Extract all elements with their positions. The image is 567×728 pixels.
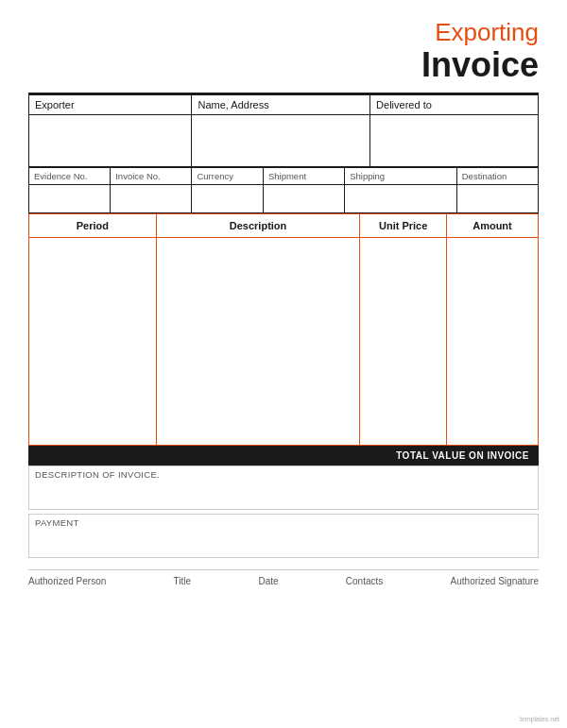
date-label: Date xyxy=(258,576,278,586)
shipment-label: Shipment xyxy=(263,168,344,185)
details-table: Evidence No. Invoice No. Currency Shipme… xyxy=(28,167,539,213)
amount-value xyxy=(446,238,538,446)
shipping-value xyxy=(345,185,457,213)
evidence-no-label: Evidence No. xyxy=(29,168,111,185)
description-section: DESCRIPTION OF INVOICE. xyxy=(28,466,539,510)
name-address-label: Name, Address xyxy=(192,95,370,115)
title-label: Title xyxy=(174,576,192,586)
main-table: Period Description Unit Price Amount xyxy=(28,213,539,446)
name-address-value xyxy=(192,115,370,167)
description-value xyxy=(156,238,360,446)
amount-header: Amount xyxy=(446,214,538,238)
period-header: Period xyxy=(29,214,157,238)
authorized-person-label: Authorized Person xyxy=(28,576,106,586)
delivered-to-value xyxy=(370,115,539,167)
contacts-label: Contacts xyxy=(346,576,383,586)
payment-value-field xyxy=(29,532,539,558)
shipping-label: Shipping xyxy=(345,168,457,185)
total-bar: TOTAL VALUE ON INVOICE xyxy=(28,446,539,466)
header: Exporting Invoice xyxy=(28,19,539,83)
currency-label: Currency xyxy=(192,168,263,185)
exporter-label: Exporter xyxy=(29,95,192,115)
authorized-signature-label: Authorized Signature xyxy=(451,576,539,586)
description-value-field xyxy=(29,483,539,510)
description-label: DESCRIPTION OF INVOICE. xyxy=(29,466,539,483)
destination-value xyxy=(456,185,538,213)
exporter-value xyxy=(29,115,192,167)
header-title: Exporting Invoice xyxy=(421,19,539,83)
currency-value xyxy=(192,185,263,213)
watermark: templates.net xyxy=(520,716,559,722)
delivered-to-label: Delivered to xyxy=(370,95,539,115)
evidence-no-value xyxy=(29,185,111,213)
invoice-page: Exporting Invoice Exporter Name, Address… xyxy=(0,0,567,728)
footer: Authorized Person Title Date Contacts Au… xyxy=(28,569,539,586)
payment-section: PAYMENT xyxy=(28,514,539,558)
shipment-value xyxy=(263,185,344,213)
unit-price-header: Unit Price xyxy=(360,214,447,238)
description-header: Description xyxy=(156,214,360,238)
info-table: Exporter Name, Address Delivered to xyxy=(28,94,539,167)
unit-price-value xyxy=(360,238,447,446)
invoice-text: Invoice xyxy=(421,46,539,84)
exporting-text: Exporting xyxy=(421,19,539,46)
destination-label: Destination xyxy=(456,168,538,185)
invoice-no-value xyxy=(111,185,192,213)
invoice-no-label: Invoice No. xyxy=(111,168,192,185)
payment-label: PAYMENT xyxy=(29,515,539,532)
period-value xyxy=(29,238,157,446)
